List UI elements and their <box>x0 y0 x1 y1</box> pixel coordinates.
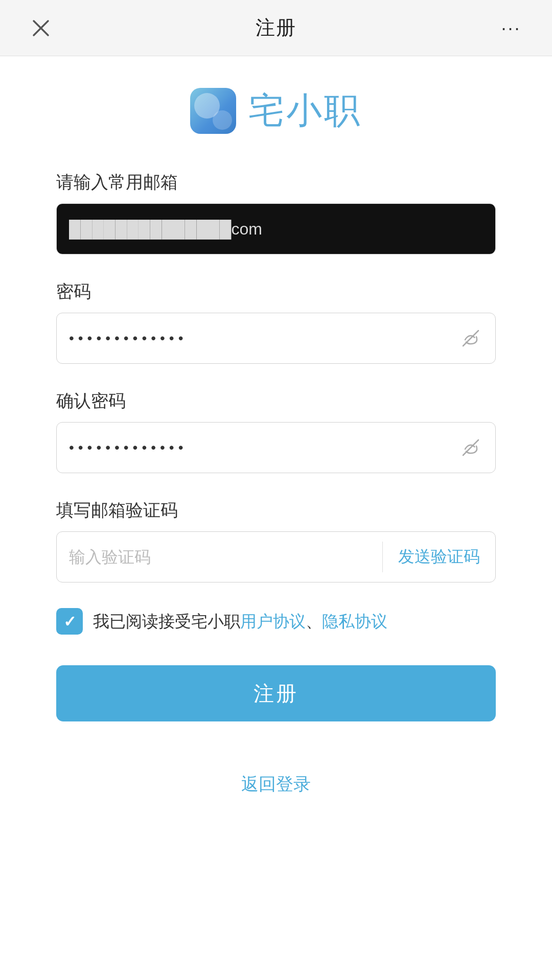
more-icon: ··· <box>501 17 521 39</box>
agreement-text: 我已阅读接受宅小职用户协议、隐私协议 <box>93 609 387 634</box>
close-button[interactable] <box>26 13 56 43</box>
verify-section: 填写邮箱验证码 发送验证码 <box>56 499 496 582</box>
confirm-password-input[interactable] <box>56 422 496 473</box>
register-button[interactable]: 注册 <box>56 665 496 721</box>
agreement-prefix: 我已阅读接受宅小职 <box>93 612 240 631</box>
agreement-separator: 、 <box>306 612 322 631</box>
email-input-container[interactable]: ██████████████com <box>56 203 496 254</box>
agreement-row: ✓ 我已阅读接受宅小职用户协议、隐私协议 <box>56 608 496 635</box>
more-button[interactable]: ··· <box>496 13 526 43</box>
verify-code-input[interactable] <box>57 532 382 582</box>
email-value-hint: ██████████████com <box>69 220 262 239</box>
back-login-link[interactable]: 返回登录 <box>241 773 311 796</box>
email-redacted-overlay: ██████████████com <box>57 204 495 254</box>
confirm-password-section: 确认密码 <box>56 389 496 473</box>
email-section: 请输入常用邮箱 ██████████████com <box>56 171 496 254</box>
logo-area: 宅小职 <box>56 87 496 135</box>
confirm-password-toggle-icon[interactable] <box>458 435 484 460</box>
privacy-link[interactable]: 隐私协议 <box>322 612 387 631</box>
password-input-wrapper <box>56 313 496 364</box>
password-input[interactable] <box>56 313 496 364</box>
agreement-checkbox[interactable]: ✓ <box>56 608 83 635</box>
page-title: 注册 <box>256 15 296 41</box>
back-login-row: 返回登录 <box>56 773 496 796</box>
password-section: 密码 <box>56 280 496 364</box>
email-label: 请输入常用邮箱 <box>56 171 496 194</box>
password-label: 密码 <box>56 280 496 304</box>
send-code-button[interactable]: 发送验证码 <box>383 532 495 582</box>
confirm-password-input-wrapper <box>56 422 496 473</box>
main-content: 宅小职 请输入常用邮箱 ██████████████com 密码 确认密码 <box>0 56 552 837</box>
app-logo-text: 宅小职 <box>248 87 362 135</box>
app-logo-icon <box>190 88 236 134</box>
verify-label: 填写邮箱验证码 <box>56 499 496 522</box>
terms-link[interactable]: 用户协议 <box>240 612 306 631</box>
verify-input-wrapper: 发送验证码 <box>56 531 496 582</box>
top-bar: 注册 ··· <box>0 0 552 56</box>
checkmark-icon: ✓ <box>63 613 76 631</box>
close-icon <box>30 17 52 39</box>
password-toggle-icon[interactable] <box>458 325 484 351</box>
confirm-password-label: 确认密码 <box>56 389 496 413</box>
